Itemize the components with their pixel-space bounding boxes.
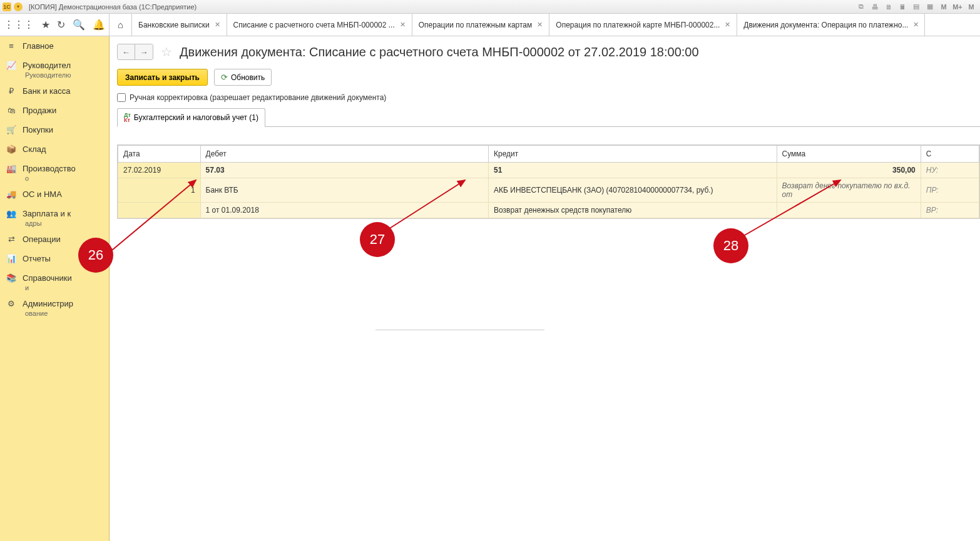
close-icon[interactable]: ✕ xyxy=(215,21,220,29)
th-credit: Кредит xyxy=(489,146,777,163)
annotation-badge-28: 28 xyxy=(713,228,748,263)
sidebar-item-main[interactable]: ≡Главное xyxy=(0,36,109,56)
page-title: Движения документа: Списание с расчетног… xyxy=(180,45,699,59)
sidebar-sub: о xyxy=(0,174,109,182)
history-icon[interactable]: ↻ xyxy=(57,19,65,31)
sidebar-sub: Руководителю xyxy=(0,71,109,79)
main-content: ← → ☆ Движения документа: Списание с рас… xyxy=(110,36,980,541)
menu-icon: ≡ xyxy=(6,41,16,51)
annotation-badge-26: 26 xyxy=(78,238,113,273)
table-row[interactable]: 1 Банк ВТБ АКБ ИНВЕСТСПЕЦБАНК (ЗАО) (407… xyxy=(118,178,979,203)
cell-vr: ВР: xyxy=(921,203,979,218)
cell-num: 1 xyxy=(118,178,201,203)
truck-icon: 🚚 xyxy=(6,190,16,199)
sidebar-label: ОС и НМА xyxy=(23,190,62,199)
sidebar-label: Главное xyxy=(23,41,54,51)
app-logo-icon: 1C xyxy=(3,3,11,11)
table-header-row: Дата Дебет Кредит Сумма С xyxy=(118,146,979,163)
gear-icon: ⚙ xyxy=(6,299,16,308)
bell-icon[interactable]: 🔔 xyxy=(93,19,105,31)
window-title: [КОПИЯ] Демонстрационная база (1С:Предпр… xyxy=(29,3,197,11)
table-row[interactable]: 27.02.2019 57.03 51 350,00 НУ: xyxy=(118,163,979,178)
refresh-label: Обновить xyxy=(231,73,265,82)
nav-back-button[interactable]: ← xyxy=(118,44,135,59)
tab-accounting[interactable]: ДтКт Бухгалтерский и налоговый учет (1) xyxy=(117,108,265,127)
save-close-button[interactable]: Записать и закрыть xyxy=(117,69,208,86)
sidebar-label: Продажи xyxy=(23,106,56,115)
sidebar-item-assets[interactable]: 🚚ОС и НМА xyxy=(0,185,109,204)
swap-icon: ⇄ xyxy=(6,235,16,244)
app-dropdown-icon[interactable]: ▾ xyxy=(14,3,23,11)
sidebar-sub: адры xyxy=(0,220,109,227)
th-sum: Сумма xyxy=(777,146,921,163)
sidebar-label: Зарплата и к xyxy=(23,209,71,218)
cell-sum: 350,00 xyxy=(777,163,921,178)
tb-icon-cal-red[interactable]: ▦ xyxy=(925,2,935,12)
nav-forward-button[interactable]: → xyxy=(135,44,153,59)
cart-icon: 🛒 xyxy=(6,125,16,134)
manual-edit-checkbox[interactable] xyxy=(117,93,126,102)
star-icon[interactable]: ★ xyxy=(41,19,50,31)
close-icon[interactable]: ✕ xyxy=(913,21,919,29)
sidebar-item-bank[interactable]: ₽Банк и касса xyxy=(0,81,109,101)
tb-Mplus[interactable]: M+ xyxy=(952,2,962,12)
main-toolbar: ⋮⋮⋮ ★ ↻ 🔍 🔔 ⌂ Банковские выписки ✕ Списа… xyxy=(0,14,980,36)
sidebar-item-purchases[interactable]: 🛒Покупки xyxy=(0,120,109,139)
tab-home[interactable]: ⌂ xyxy=(110,14,132,36)
tb-icon-cal-green[interactable]: ▤ xyxy=(911,2,921,12)
sidebar: ≡Главное 📈Руководител Руководителю ₽Банк… xyxy=(0,36,110,541)
sidebar-item-warehouse[interactable]: 📦Склад xyxy=(0,139,109,159)
refresh-button[interactable]: ⟳ Обновить xyxy=(214,69,272,86)
tab-accounting-label: Бухгалтерский и налоговый учет (1) xyxy=(134,113,258,122)
tb-icon-1[interactable]: ⧉ xyxy=(856,2,866,12)
sidebar-sub: и xyxy=(0,284,109,291)
books-icon: 📚 xyxy=(6,273,16,283)
home-icon: ⌂ xyxy=(118,19,123,30)
tb-Mminus[interactable]: M xyxy=(966,2,976,12)
bars-icon: 📊 xyxy=(6,254,16,263)
dtkt-icon: ДтКт xyxy=(124,113,131,123)
cell-credit-analytic: АКБ ИНВЕСТСПЕЦБАНК (ЗАО) (40702810400000… xyxy=(489,178,777,203)
cell-credit-account: 51 xyxy=(489,163,777,178)
th-date: Дата xyxy=(118,146,201,163)
nav-buttons: ← → xyxy=(117,44,153,60)
separator-line xyxy=(375,330,544,330)
apps-icon[interactable]: ⋮⋮⋮ xyxy=(4,19,34,31)
th-ext: С xyxy=(921,146,979,163)
close-icon[interactable]: ✕ xyxy=(725,21,730,29)
sidebar-label: Производство xyxy=(23,164,76,173)
tb-M[interactable]: M xyxy=(939,2,949,12)
cell-sum-desc: Возврат денег покупателю по вх.д. от xyxy=(777,178,921,203)
tb-icon-calc[interactable]: 🖩 xyxy=(897,2,907,12)
sidebar-item-sales[interactable]: 🛍Продажи xyxy=(0,101,109,120)
sidebar-label: Покупки xyxy=(23,125,53,134)
sidebar-label: Операции xyxy=(23,235,61,244)
tab-movements[interactable]: Движения документа: Операция по платежно… xyxy=(737,14,925,36)
bag-icon: 🛍 xyxy=(6,106,16,115)
tabs-bar: ⌂ Банковские выписки ✕ Списание с расчет… xyxy=(110,14,980,36)
tab-card-op[interactable]: Операция по платежной карте МНБП-000002.… xyxy=(549,14,737,36)
table-row[interactable]: 1 от 01.09.2018 Возврат денежных средств… xyxy=(118,203,979,218)
chart-icon: 📈 xyxy=(6,61,16,70)
ruble-icon: ₽ xyxy=(6,86,16,96)
search-icon[interactable]: 🔍 xyxy=(73,19,85,31)
cell-debit-account: 57.03 xyxy=(200,163,488,178)
refresh-icon: ⟳ xyxy=(221,73,228,82)
sidebar-label: Отчеты xyxy=(23,254,51,263)
tab-label: Банковские выписки xyxy=(138,21,210,29)
tab-writeoff[interactable]: Списание с расчетного счета МНБП-000002 … xyxy=(227,14,412,36)
tab-card-ops[interactable]: Операции по платежным картам ✕ xyxy=(412,14,550,36)
people-icon: 👥 xyxy=(6,209,16,218)
sidebar-label: Справочники xyxy=(23,273,72,283)
tab-bank-statements[interactable]: Банковские выписки ✕ xyxy=(132,14,227,36)
favorite-star-icon[interactable]: ☆ xyxy=(161,44,172,59)
sidebar-label: Руководител xyxy=(23,61,71,70)
annotation-badge-27: 27 xyxy=(360,222,395,257)
close-icon[interactable]: ✕ xyxy=(537,21,543,29)
box-icon: 📦 xyxy=(6,144,16,154)
tb-icon-doc[interactable]: 🗎 xyxy=(884,2,894,12)
tab-label: Списание с расчетного счета МНБП-000002 … xyxy=(233,21,395,29)
checkbox-label: Ручная корректировка (разрешает редактир… xyxy=(130,93,386,102)
tb-icon-print[interactable]: 🖶 xyxy=(870,2,880,12)
close-icon[interactable]: ✕ xyxy=(400,21,406,29)
